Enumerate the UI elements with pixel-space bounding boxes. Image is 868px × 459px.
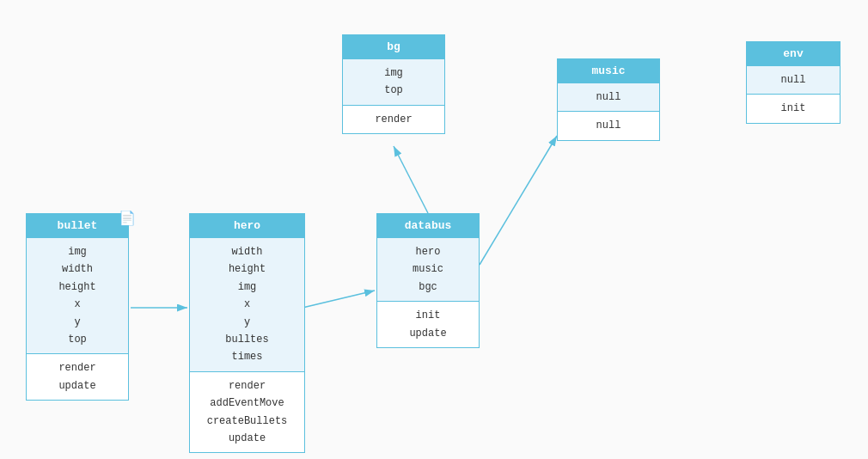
databus-methods: init update xyxy=(377,301,479,347)
env-box: env null init xyxy=(746,41,840,124)
databus-header: databus xyxy=(377,214,479,237)
bg-methods: render xyxy=(343,105,444,133)
env-properties: null xyxy=(747,65,840,94)
diagram-container: bullet img width height x y top render u… xyxy=(0,0,868,459)
bg-box: bg img top render xyxy=(342,34,445,134)
env-methods: init xyxy=(747,94,840,122)
bullet-properties: img width height x y top xyxy=(27,237,128,353)
hero-methods: render addEventMove createBullets update xyxy=(190,371,304,453)
bullet-header: bullet xyxy=(27,214,128,237)
svg-line-3 xyxy=(394,146,428,213)
music-properties: null xyxy=(558,83,659,111)
bullet-methods: render update xyxy=(27,353,128,400)
svg-line-4 xyxy=(480,136,557,265)
hero-box: hero width height img x y bulltes times … xyxy=(189,213,305,453)
databus-box: databus hero music bgc init update xyxy=(376,213,480,348)
databus-properties: hero music bgc xyxy=(377,237,479,301)
music-box: music null null xyxy=(557,58,660,141)
music-header: music xyxy=(558,59,659,83)
svg-line-2 xyxy=(303,291,375,308)
note-icon: 📄 xyxy=(119,210,136,227)
bg-header: bg xyxy=(343,35,444,58)
music-methods: null xyxy=(558,111,659,139)
hero-header: hero xyxy=(190,214,304,237)
bg-properties: img top xyxy=(343,58,444,105)
bullet-box: bullet img width height x y top render u… xyxy=(26,213,129,401)
env-header: env xyxy=(747,42,840,65)
hero-properties: width height img x y bulltes times xyxy=(190,237,304,371)
